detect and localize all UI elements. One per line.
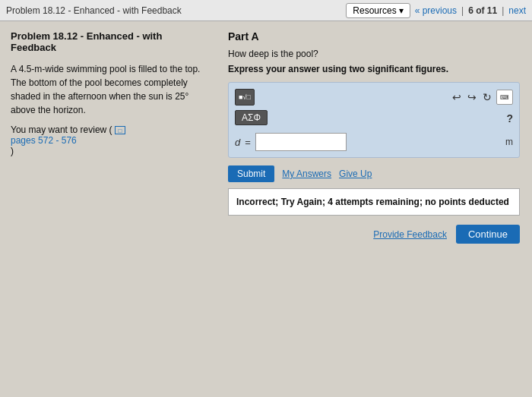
continue-button[interactable]: Continue <box>456 225 520 244</box>
variable-label: d <box>235 137 240 148</box>
my-answers-link[interactable]: My Answers <box>282 169 331 179</box>
question-text: How deep is the pool? <box>228 49 520 59</box>
equals-label: = <box>245 137 251 148</box>
undo-button[interactable]: ↩ <box>451 90 463 105</box>
left-panel: Problem 18.12 - Enhanced - with Feedback… <box>0 21 220 397</box>
review-suffix: ) <box>11 146 14 156</box>
part-label: Part A <box>228 30 520 43</box>
main-content: Problem 18.12 - Enhanced - with Feedback… <box>0 21 532 397</box>
input-row: d = m <box>235 133 513 151</box>
right-panel: Part A How deep is the pool? Express you… <box>220 21 532 397</box>
submit-button[interactable]: Submit <box>228 165 274 182</box>
keyboard-button[interactable]: ⌨ <box>496 90 513 105</box>
review-link-icon: □ <box>115 126 125 134</box>
unit-label: m <box>505 137 513 147</box>
problem-description: A 4.5-m-wide swimming pool is filled to … <box>11 62 210 117</box>
answer-box: ■ √□ ↩ ↪ ↻ ⌨ AΣΦ ? d <box>228 82 520 158</box>
chevron-down-icon: ▾ <box>399 5 404 16</box>
toolbar-row-2: AΣΦ ? <box>235 110 513 128</box>
answer-input[interactable] <box>255 133 347 151</box>
refresh-button[interactable]: ↻ <box>481 90 493 105</box>
top-bar: Problem 18.12 - Enhanced - with Feedback… <box>0 0 532 21</box>
action-row: Submit My Answers Give Up <box>228 165 520 182</box>
feedback-box: Incorrect; Try Again; 4 attempts remaini… <box>228 188 520 216</box>
review-line: You may want to review ( □ pages 572 - 5… <box>11 124 210 156</box>
help-icon[interactable]: ? <box>506 112 513 124</box>
nav-controls: Resources ▾ « previous | 6 of 11 | next <box>346 3 526 18</box>
review-pages-link[interactable]: pages 572 - 576 <box>11 135 210 146</box>
give-up-link[interactable]: Give Up <box>339 169 372 179</box>
fraction-sqrt-button[interactable]: ■ √□ <box>235 89 255 106</box>
problem-title: Problem 18.12 - Enhanced - with Feedback <box>11 30 210 53</box>
previous-link[interactable]: « previous <box>415 5 457 16</box>
symbol-button[interactable]: AΣΦ <box>235 110 268 125</box>
toolbar-row-1: ■ √□ ↩ ↪ ↻ ⌨ <box>235 89 513 106</box>
resources-button[interactable]: Resources ▾ <box>346 3 410 18</box>
redo-button[interactable]: ↪ <box>466 90 478 105</box>
problem-title-header: Problem 18.12 - Enhanced - with Feedback <box>6 5 182 16</box>
next-link[interactable]: next <box>508 5 526 16</box>
provide-feedback-link[interactable]: Provide Feedback <box>373 229 447 240</box>
instruction-text: Express your answer using two significan… <box>228 64 520 74</box>
page-count: 6 of 11 <box>468 5 497 16</box>
review-prefix: You may want to review ( <box>11 124 112 135</box>
navigation-area: « previous | 6 of 11 | next <box>415 5 526 16</box>
bottom-row: Provide Feedback Continue <box>228 225 520 244</box>
